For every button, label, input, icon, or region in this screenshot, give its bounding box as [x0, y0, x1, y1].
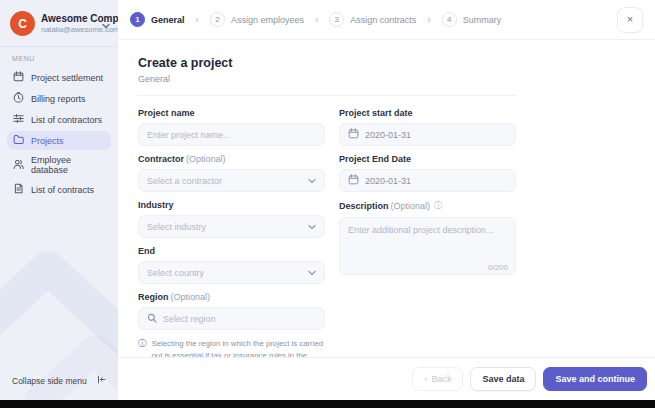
chevron-right-icon: › [427, 14, 430, 25]
sidebar-item-label: Employee database [31, 155, 105, 175]
industry-select[interactable]: Select industry [138, 215, 325, 238]
page-subtitle: General [138, 74, 516, 84]
sidebar-item-billing-reports[interactable]: Billing reports [7, 89, 111, 108]
step-label: Summary [463, 15, 502, 25]
company-email: natalia@awesome.com [41, 25, 96, 34]
step-number: 4 [442, 12, 457, 27]
close-button[interactable]: × [617, 7, 643, 33]
end-date-value: 2020-01-31 [365, 176, 411, 186]
sidebar-item-list-of-contractors[interactable]: List of contractors [7, 110, 111, 129]
project-name-input[interactable] [147, 130, 316, 140]
contractor-select[interactable]: Select a contractor [138, 169, 325, 192]
sidebar-item-employee-database[interactable]: Employee database [7, 152, 111, 178]
step-label: Assign employees [231, 15, 304, 25]
start-date-input[interactable]: 2020-01-31 [339, 123, 516, 146]
step-number: 2 [210, 12, 225, 27]
sliders-icon [13, 113, 24, 126]
start-date-value: 2020-01-31 [365, 130, 411, 140]
region-hint: ⓘ Selecting the region in which the proj… [138, 338, 334, 357]
sidebar: C Awesome Company natalia@awesome.com ME… [0, 0, 118, 400]
sidebar-item-list-of-contracts[interactable]: List of contracts [7, 180, 111, 199]
save-data-button[interactable]: Save data [470, 367, 536, 391]
back-button[interactable]: ‹ Back [412, 367, 463, 391]
optional-tag: (Optional) [391, 201, 431, 211]
save-and-continue-button[interactable]: Save and continue [543, 367, 647, 391]
step-label: Assign contracts [350, 15, 416, 25]
country-select[interactable]: Select country [138, 261, 325, 284]
chevron-left-icon: ‹ [424, 374, 427, 384]
project-name-label: Project name [138, 108, 325, 118]
save-and-continue-label: Save and continue [555, 374, 635, 384]
country-select-value: Select country [147, 268, 204, 278]
chevron-down-icon [308, 176, 316, 186]
users-icon [13, 159, 24, 172]
sidebar-item-project-settlement[interactable]: Project settlement [7, 68, 111, 87]
chevron-down-icon [308, 222, 316, 232]
chevron-right-icon: › [315, 14, 318, 25]
end-country-field: End Select country [138, 246, 325, 284]
contractor-field: Contractor (Optional) Select a contracto… [138, 154, 325, 192]
sidebar-item-label: List of contractors [31, 115, 102, 125]
main-panel: 1 General › 2 Assign employees › 3 Assig… [118, 0, 655, 400]
collapse-side-menu-button[interactable]: Collapse side menu [0, 365, 118, 400]
info-icon: ⓘ [138, 338, 147, 357]
calendar-icon [348, 128, 359, 141]
region-input[interactable] [163, 314, 316, 324]
screen-edge-strip [0, 400, 655, 408]
region-field: Region (Optional) [138, 292, 325, 330]
company-initial: C [18, 17, 27, 31]
end-label: End [138, 246, 325, 256]
section-divider [138, 95, 516, 96]
form-content: Create a project General Project name [118, 40, 655, 357]
contractor-select-value: Select a contractor [147, 176, 222, 186]
project-name-field: Project name [138, 108, 325, 146]
sidebar-item-projects[interactable]: Projects [7, 131, 111, 150]
region-hint-text: Selecting the region in which the projec… [152, 338, 335, 357]
clock-icon [13, 92, 24, 105]
sidebar-item-label: Billing reports [31, 94, 86, 104]
step-assign-contracts[interactable]: 3 Assign contracts [329, 12, 416, 27]
end-date-label: Project End Date [339, 154, 516, 164]
search-icon [147, 313, 157, 325]
calendar-icon [13, 71, 24, 84]
start-date-label: Project start date [339, 108, 516, 118]
close-icon: × [627, 14, 633, 25]
back-button-label: Back [431, 374, 451, 384]
app-window: C Awesome Company natalia@awesome.com ME… [0, 0, 655, 408]
end-date-input[interactable]: 2020-01-31 [339, 169, 516, 192]
company-name: Awesome Company [41, 13, 96, 24]
page-title: Create a project [138, 56, 516, 70]
wizard-stepper: 1 General › 2 Assign employees › 3 Assig… [130, 12, 501, 27]
contractor-label: Contractor [138, 154, 184, 164]
step-summary[interactable]: 4 Summary [442, 12, 502, 27]
save-data-label: Save data [482, 374, 524, 384]
collapse-icon [97, 375, 106, 386]
folder-icon [13, 134, 24, 147]
step-general[interactable]: 1 General [130, 12, 185, 27]
chevron-right-icon: › [196, 14, 199, 25]
description-field: Description (Optional) ⓘ 0/200 [339, 200, 516, 279]
calendar-icon [348, 174, 359, 187]
sidebar-nav: Project settlement Billing reports List … [0, 68, 118, 201]
step-label: General [151, 15, 185, 25]
collapse-side-menu-label: Collapse side menu [12, 376, 87, 386]
industry-label: Industry [138, 200, 325, 210]
end-date-field: Project End Date 2020-01-31 [339, 154, 516, 192]
description-label: Description [339, 201, 389, 211]
chevron-down-icon [308, 268, 316, 278]
chevron-down-icon [102, 15, 110, 33]
menu-section-label: MENU [0, 47, 118, 68]
region-label: Region [138, 292, 169, 302]
optional-tag: (Optional) [186, 154, 226, 164]
wizard-stepper-bar: 1 General › 2 Assign employees › 3 Assig… [118, 0, 655, 40]
step-assign-employees[interactable]: 2 Assign employees [210, 12, 304, 27]
optional-tag: (Optional) [171, 292, 211, 302]
wizard-footer: ‹ Back Save data Save and continue [118, 357, 655, 400]
step-number: 1 [130, 12, 145, 27]
sidebar-item-label: Projects [31, 136, 64, 146]
company-switcher[interactable]: C Awesome Company natalia@awesome.com [0, 0, 118, 46]
sidebar-item-label: Project settlement [31, 73, 103, 83]
company-avatar: C [10, 11, 35, 36]
contract-icon [13, 183, 24, 196]
start-date-field: Project start date 2020-01-31 [339, 108, 516, 146]
